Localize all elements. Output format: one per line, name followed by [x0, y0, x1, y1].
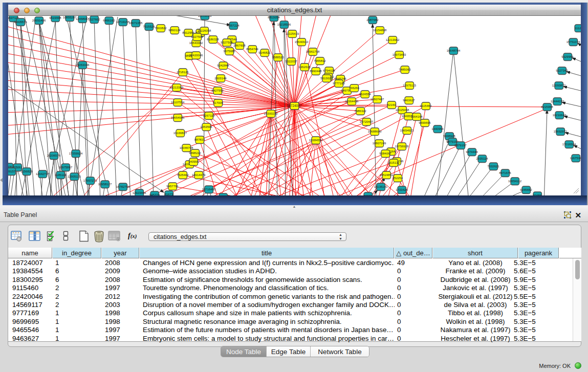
svg-text:7515526: 7515526 — [143, 25, 155, 28]
svg-text:1440954: 1440954 — [431, 127, 444, 130]
svg-text:19218506: 19218506 — [277, 23, 291, 26]
svg-text:9777169: 9777169 — [333, 82, 345, 85]
svg-text:1588520: 1588520 — [272, 56, 284, 59]
svg-text:15640910: 15640910 — [295, 40, 309, 43]
svg-text:7663822: 7663822 — [155, 27, 167, 30]
svg-text:1145114: 1145114 — [55, 173, 67, 177]
svg-text:9242848: 9242848 — [217, 64, 229, 67]
svg-text:7357224: 7357224 — [227, 24, 239, 27]
svg-text:9463627: 9463627 — [403, 99, 415, 102]
svg-text:1167534: 1167534 — [570, 157, 581, 160]
svg-text:10973493: 10973493 — [393, 53, 406, 56]
svg-text:9245652: 9245652 — [520, 188, 532, 191]
svg-text:12975115: 12975115 — [403, 84, 417, 87]
svg-text:9564164: 9564164 — [410, 115, 423, 118]
svg-text:7625402: 7625402 — [177, 173, 189, 177]
svg-text:1733426: 1733426 — [396, 188, 408, 191]
svg-text:16961758: 16961758 — [306, 50, 320, 53]
svg-text:8990448: 8990448 — [310, 70, 322, 73]
svg-text:13524851: 13524851 — [380, 173, 394, 177]
svg-text:39157: 39157 — [8, 170, 16, 173]
svg-text:12942737: 12942737 — [36, 172, 50, 176]
svg-text:12923466: 12923466 — [133, 191, 146, 194]
svg-text:18807249: 18807249 — [373, 142, 386, 145]
svg-text:92456: 92456 — [533, 194, 542, 195]
svg-text:3624554: 3624554 — [359, 93, 371, 96]
svg-text:746266: 746266 — [349, 86, 360, 90]
svg-text:5613021: 5613021 — [320, 77, 333, 80]
svg-text:19166827: 19166827 — [173, 132, 187, 135]
svg-text:20053346: 20053346 — [76, 63, 90, 67]
svg-text:7485063: 7485063 — [399, 68, 411, 71]
svg-text:12444153: 12444153 — [551, 100, 564, 103]
svg-text:17016504: 17016504 — [562, 143, 576, 146]
svg-text:887833: 887833 — [194, 138, 205, 141]
svg-text:9327508: 9327508 — [221, 41, 233, 44]
svg-text:6794028: 6794028 — [323, 69, 335, 72]
svg-text:96062: 96062 — [364, 194, 373, 195]
svg-text:7632621: 7632621 — [487, 165, 499, 168]
svg-text:62160: 62160 — [387, 103, 396, 106]
svg-text:11125: 11125 — [575, 27, 581, 30]
svg-text:10033809: 10033809 — [198, 16, 212, 17]
svg-text:9457791: 9457791 — [166, 185, 179, 188]
svg-text:10046708: 10046708 — [180, 146, 193, 149]
svg-text:19654923: 19654923 — [400, 129, 414, 132]
svg-text:1353594: 1353594 — [200, 125, 212, 128]
svg-text:1156829: 1156829 — [21, 170, 33, 173]
svg-text:12905115: 12905115 — [68, 175, 81, 178]
svg-text:14136141: 14136141 — [374, 185, 388, 188]
svg-text:9619998: 9619998 — [49, 16, 61, 19]
svg-text:12093872: 12093872 — [552, 84, 566, 87]
svg-text:10807487: 10807487 — [371, 98, 384, 101]
svg-text:8813054: 8813054 — [268, 16, 280, 19]
svg-text:22420046: 22420046 — [189, 54, 203, 57]
svg-text:7955812: 7955812 — [314, 59, 326, 62]
svg-text:12458967: 12458967 — [76, 17, 90, 20]
svg-text:417006: 417006 — [213, 101, 224, 104]
svg-text:11405571: 11405571 — [14, 20, 28, 24]
svg-text:8186328: 8186328 — [207, 38, 219, 41]
svg-text:8427552: 8427552 — [211, 89, 224, 92]
svg-text:8912954: 8912954 — [182, 31, 194, 34]
svg-text:10688609: 10688609 — [368, 130, 382, 133]
svg-text:5938928: 5938928 — [443, 135, 455, 138]
svg-text:16210643: 16210643 — [553, 114, 567, 117]
svg-text:6466160: 6466160 — [103, 19, 115, 22]
svg-text:10975867: 10975867 — [59, 166, 73, 169]
svg-text:9498222: 9498222 — [189, 151, 201, 155]
svg-text:10719155: 10719155 — [116, 20, 130, 24]
svg-text:15751074: 15751074 — [567, 40, 580, 43]
svg-text:16914479: 16914479 — [192, 173, 206, 177]
svg-text:16154808: 16154808 — [373, 29, 387, 32]
svg-text:15720407: 15720407 — [360, 120, 374, 123]
svg-text:17957275: 17957275 — [83, 179, 97, 182]
svg-text:2867608: 2867608 — [233, 44, 246, 47]
svg-text:5322037: 5322037 — [285, 60, 297, 63]
svg-text:16782759: 16782759 — [116, 185, 130, 188]
svg-text:12213369: 12213369 — [170, 86, 184, 89]
svg-text:18724007: 18724007 — [287, 104, 302, 107]
svg-text:2087682: 2087682 — [366, 18, 379, 21]
svg-text:20206576: 20206576 — [47, 154, 61, 157]
svg-text:10654112: 10654112 — [508, 180, 522, 183]
svg-text:1527602: 1527602 — [88, 18, 100, 21]
svg-text:9084067: 9084067 — [379, 152, 391, 155]
svg-text:12213962: 12213962 — [386, 38, 400, 41]
svg-text:9227343: 9227343 — [556, 69, 568, 72]
svg-text:3267110: 3267110 — [203, 114, 215, 117]
svg-text:81673: 81673 — [165, 193, 173, 195]
svg-text:19756928: 19756928 — [395, 145, 409, 148]
svg-text:8471676: 8471676 — [499, 171, 511, 174]
svg-text:3675685: 3675685 — [223, 50, 235, 53]
svg-text:20691406: 20691406 — [32, 19, 46, 22]
svg-text:1362615: 1362615 — [298, 65, 311, 69]
svg-text:16671355: 16671355 — [129, 21, 143, 25]
svg-text:20364456: 20364456 — [345, 100, 359, 103]
svg-text:16107554: 16107554 — [171, 101, 185, 104]
svg-text:140994: 140994 — [188, 160, 199, 163]
svg-text:10025458: 10025458 — [396, 108, 409, 112]
svg-text:17359924: 17359924 — [69, 152, 83, 155]
svg-text:2935114: 2935114 — [476, 157, 489, 160]
svg-text:9329966: 9329966 — [561, 55, 574, 58]
